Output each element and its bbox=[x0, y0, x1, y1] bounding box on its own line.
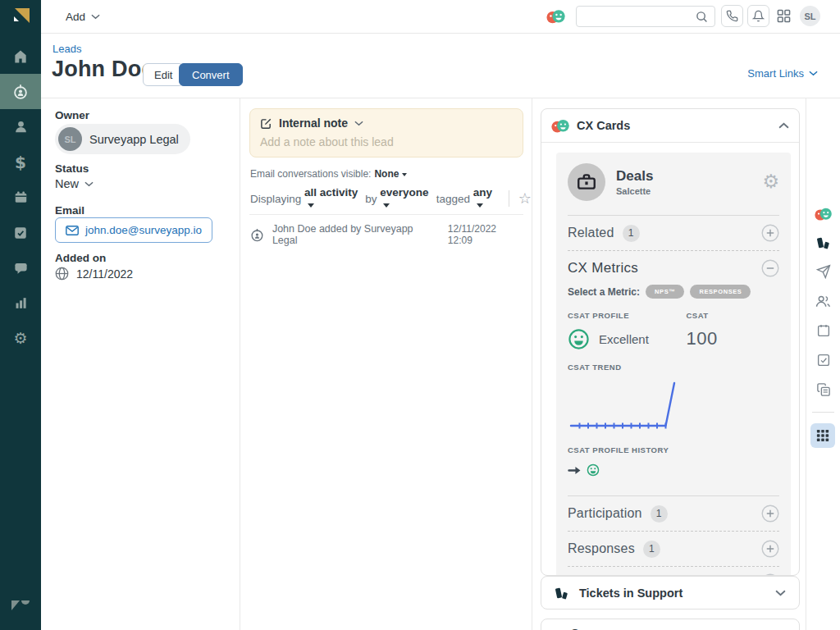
sidebar-item-contacts[interactable] bbox=[0, 109, 41, 144]
rail-tasks-button[interactable] bbox=[806, 353, 840, 368]
note-type-label: Internal note bbox=[279, 116, 348, 130]
zendesk-logo-icon[interactable] bbox=[10, 599, 31, 615]
people-icon bbox=[815, 294, 831, 309]
phone-button[interactable] bbox=[721, 5, 743, 27]
paper-plane-icon bbox=[816, 264, 831, 279]
star-filter-icon[interactable]: ☆ bbox=[518, 191, 532, 206]
event-timestamp: 12/11/2022 12:09 bbox=[448, 223, 523, 246]
owner-avatar: SL bbox=[58, 127, 82, 151]
rail-send-button[interactable] bbox=[806, 264, 840, 279]
rail-apps-button[interactable] bbox=[810, 423, 835, 448]
sequences-panel-title: Sequences bbox=[571, 627, 634, 630]
chat-icon bbox=[13, 260, 29, 276]
event-text: John Doe added by Surveyapp Legal bbox=[272, 223, 441, 246]
search-input[interactable] bbox=[583, 11, 696, 22]
owner-pill[interactable]: SL Surveyapp Legal bbox=[55, 124, 190, 154]
rail-cx-cards-button[interactable] bbox=[806, 207, 840, 221]
activity-panel: Internal note Add a note about this lead… bbox=[240, 98, 532, 630]
email-label: Email bbox=[55, 204, 84, 217]
smart-links-button[interactable]: Smart Links bbox=[747, 67, 818, 80]
cx-faces-icon bbox=[551, 118, 570, 134]
responses-count-badge: 1 bbox=[643, 541, 660, 558]
bell-icon bbox=[752, 10, 765, 22]
breadcrumb[interactable]: Leads bbox=[52, 43, 81, 55]
sidebar-item-leads[interactable] bbox=[0, 74, 41, 109]
rail-documents-button[interactable] bbox=[806, 382, 840, 397]
tickets-panel-title: Tickets in Support bbox=[579, 587, 682, 600]
tag-dropdown[interactable]: any bbox=[473, 186, 500, 211]
deal-settings-gear-icon[interactable]: ⚙ bbox=[762, 172, 779, 191]
note-placeholder: Add a note about this lead bbox=[260, 135, 513, 148]
csat-value: 100 bbox=[686, 328, 779, 350]
cx-faces-icon[interactable] bbox=[546, 8, 566, 28]
minus-circle-icon bbox=[761, 259, 779, 277]
responses-add-button[interactable] bbox=[761, 540, 779, 558]
rail-calendar-button[interactable] bbox=[806, 323, 840, 338]
activity-type-dropdown[interactable]: all activity bbox=[304, 186, 362, 211]
check-square-icon bbox=[816, 353, 831, 368]
lead-details-panel: Owner SL Surveyapp Legal Status New Emai… bbox=[41, 98, 240, 630]
tagged-label: tagged bbox=[436, 193, 470, 205]
lead-added-icon bbox=[249, 227, 265, 243]
deal-avatar bbox=[568, 163, 605, 201]
briefcase-icon bbox=[576, 171, 597, 193]
cx-metrics-collapse-button[interactable] bbox=[761, 259, 779, 277]
convert-button[interactable]: Convert bbox=[179, 63, 243, 86]
cx-cards-header[interactable]: CX Cards bbox=[541, 109, 799, 143]
cx-cards-panel: CX Cards Deals Salcette ⚙ bbox=[541, 108, 800, 576]
note-composer[interactable]: Internal note Add a note about this lead bbox=[249, 108, 523, 158]
email-chip[interactable]: john.doe@surveyapp.io bbox=[55, 217, 212, 243]
page-title: John Doe bbox=[52, 57, 154, 82]
nps-metric-button[interactable]: NPS™ bbox=[646, 285, 684, 299]
visibility-dropdown[interactable]: None bbox=[374, 168, 407, 180]
divider bbox=[509, 190, 509, 207]
bar-chart-icon bbox=[13, 295, 29, 311]
cx-card-body: Deals Salcette ⚙ Related 1 bbox=[556, 153, 791, 576]
actor-dropdown[interactable]: everyone bbox=[380, 186, 433, 211]
chevron-up-icon[interactable] bbox=[778, 122, 789, 129]
responses-metric-button[interactable]: RESPONSES bbox=[690, 285, 751, 299]
sidebar-item-tasks[interactable] bbox=[0, 215, 41, 250]
chevron-down-icon[interactable] bbox=[775, 590, 786, 596]
email-value: john.doe@surveyapp.io bbox=[85, 224, 202, 236]
rail-people-button[interactable] bbox=[806, 294, 840, 309]
search-box[interactable] bbox=[576, 6, 715, 27]
owner-label: Owner bbox=[55, 109, 89, 121]
sidebar-item-home[interactable] bbox=[0, 39, 41, 74]
related-section: Related 1 bbox=[568, 216, 779, 250]
tickets-in-support-panel[interactable]: Tickets in Support bbox=[541, 576, 800, 609]
participation-label: Participation bbox=[568, 506, 642, 521]
related-add-button[interactable] bbox=[761, 224, 779, 242]
sidebar-item-calendar[interactable] bbox=[0, 180, 41, 215]
topbar: Add SL bbox=[41, 0, 840, 34]
csat-profile-header: CSAT PROFILE bbox=[568, 311, 686, 320]
edit-button[interactable]: Edit bbox=[143, 63, 184, 86]
notifications-button[interactable] bbox=[747, 5, 769, 27]
home-icon bbox=[12, 48, 29, 65]
tickets-icon bbox=[816, 235, 831, 249]
chevron-down-icon bbox=[809, 71, 818, 76]
happy-face-small-icon bbox=[587, 463, 600, 477]
visibility-label: Email conversations visible: bbox=[250, 168, 371, 180]
sidebar-item-conversations[interactable] bbox=[0, 250, 41, 285]
left-sidebar: $ ⚙ bbox=[0, 0, 41, 630]
arrow-right-icon bbox=[568, 465, 582, 476]
rail-tickets-button[interactable] bbox=[806, 235, 840, 249]
sell-logo-icon bbox=[9, 5, 32, 28]
user-avatar[interactable]: SL bbox=[800, 6, 820, 26]
participation-add-button[interactable] bbox=[761, 504, 779, 523]
status-dropdown[interactable]: New bbox=[55, 177, 94, 190]
sequences-panel[interactable]: Sequences bbox=[541, 619, 800, 630]
cx-metrics-title: CX Metrics bbox=[568, 260, 638, 276]
sidebar-item-settings[interactable]: ⚙ bbox=[0, 321, 41, 356]
gear-icon: ⚙ bbox=[13, 331, 27, 346]
globe-icon bbox=[55, 267, 69, 281]
activity-event-row[interactable]: John Doe added by Surveyapp Legal 12/11/… bbox=[249, 223, 523, 246]
sidebar-item-reports[interactable] bbox=[0, 285, 41, 321]
sidebar-item-deals[interactable]: $ bbox=[0, 144, 41, 180]
add-button[interactable]: Add bbox=[66, 0, 100, 34]
displaying-label: Displaying bbox=[250, 193, 301, 205]
note-type-dropdown[interactable]: Internal note bbox=[260, 116, 513, 130]
dollar-icon: $ bbox=[15, 154, 26, 171]
apps-grid-button[interactable] bbox=[777, 9, 791, 26]
